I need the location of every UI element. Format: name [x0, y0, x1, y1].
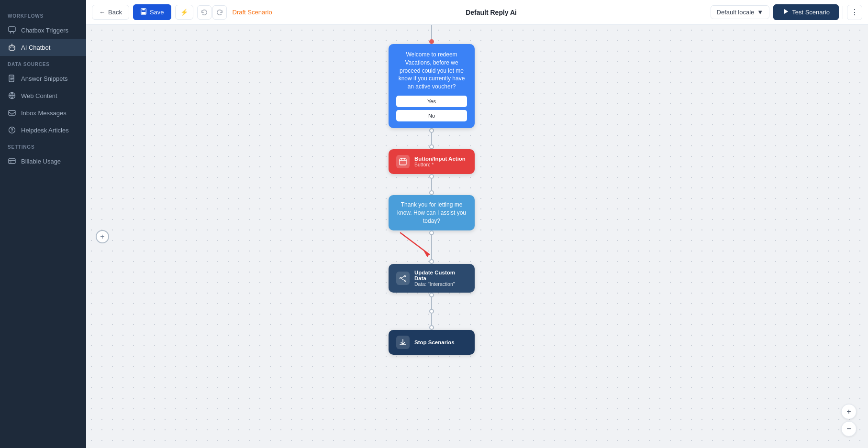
sidebar-item-label: Chatbox Triggers [21, 27, 68, 34]
svg-marker-16 [423, 251, 429, 257]
sidebar-item-label: AI Chatbot [21, 44, 50, 51]
yes-button[interactable]: Yes [396, 96, 467, 107]
flow-line-5 [431, 314, 432, 325]
zoom-in-button[interactable]: + [841, 404, 857, 419]
draft-label: Draft Scenario [233, 9, 272, 16]
zoom-out-button[interactable]: − [841, 421, 857, 437]
robot-icon [8, 43, 16, 52]
more-options-button[interactable]: ⋮ [847, 5, 862, 20]
sidebar: WORKFLOWS Chatbox Triggers AI Chatbot DA… [0, 0, 86, 448]
stop-text: Stop Scenarios [414, 339, 467, 345]
save-icon [140, 8, 147, 16]
update-custom-data-node[interactable]: Update Custom Data Data: "Interaction" [389, 264, 475, 293]
test-scenario-button[interactable]: Test Scenario [773, 4, 839, 20]
download-icon [396, 336, 410, 349]
message-buttons: Yes No [396, 96, 467, 121]
test-label: Test Scenario [792, 9, 830, 16]
back-chevron-icon: ← [99, 9, 105, 16]
svg-rect-14 [142, 12, 146, 14]
chevron-down-icon: ▼ [757, 9, 763, 16]
button-input-action-node[interactable]: Button/Input Action Button: * [389, 149, 475, 174]
locale-selector[interactable]: Default locale ▼ [711, 5, 770, 19]
svg-point-18 [400, 278, 401, 279]
svg-rect-1 [9, 46, 15, 50]
welcome-message-node[interactable]: Welcome to redeem Vacations, before we p… [389, 44, 475, 128]
connector-dot-2 [429, 144, 434, 149]
welcome-message-text: Welcome to redeem Vacations, before we p… [396, 51, 467, 91]
save-label: Save [150, 9, 164, 16]
thank-you-node[interactable]: Thank you for letting me know. How can I… [389, 195, 475, 230]
sidebar-item-label: Helpdesk Articles [21, 127, 69, 134]
undo-redo-group [197, 5, 227, 20]
connector-dot-1 [429, 128, 434, 133]
button-input-text: Button/Input Action Button: * [414, 156, 467, 167]
sidebar-item-label: Inbox Messages [21, 109, 67, 117]
svg-point-9 [11, 131, 12, 132]
stop-scenarios-node[interactable]: Stop Scenarios [389, 330, 475, 355]
flow-line-3 [431, 235, 432, 259]
sidebar-item-label: Web Content [21, 92, 57, 99]
settings-section-label: SETTINGS [0, 139, 86, 153]
sidebar-item-inbox-messages[interactable]: Inbox Messages [0, 104, 86, 121]
sidebar-item-ai-chatbot[interactable]: AI Chatbot [0, 39, 86, 56]
connector-dot-3 [429, 174, 434, 179]
chatbox-icon [8, 26, 16, 34]
flow-line-2 [431, 179, 432, 190]
thank-you-text: Thank you for letting me know. How can I… [397, 201, 466, 224]
plus-icon: + [846, 407, 851, 416]
flow-line-4 [431, 297, 432, 309]
sidebar-item-answer-snippets[interactable]: Answer Snippets [0, 70, 86, 87]
inbox-icon [8, 109, 16, 117]
svg-point-19 [405, 280, 406, 282]
svg-rect-13 [142, 9, 145, 11]
connector-dot-5 [429, 230, 434, 235]
minus-icon: − [846, 425, 851, 433]
connector-dot-4 [429, 190, 434, 195]
workflows-section-label: WORKFLOWS [0, 8, 86, 22]
toolbar-divider [843, 6, 843, 19]
connector-dot-7 [429, 293, 434, 297]
sidebar-item-web-content[interactable]: Web Content [0, 87, 86, 104]
sidebar-item-label: Answer Snippets [21, 75, 68, 82]
more-icon: ⋮ [851, 8, 858, 17]
custom-data-subtitle: Data: "Interaction" [414, 281, 467, 287]
toolbar: ← Back Save ⚡ Draft Scenario Default Rep… [86, 0, 868, 25]
locale-label: Default locale [717, 9, 755, 16]
save-button[interactable]: Save [133, 4, 171, 20]
canvas[interactable]: Welcome to redeem Vacations, before we p… [86, 25, 868, 448]
data-sources-section-label: DATA SOURCES [0, 56, 86, 70]
lightning-button[interactable]: ⚡ [175, 5, 193, 20]
top-connector-dot [429, 39, 434, 44]
svg-rect-11 [10, 162, 11, 163]
sidebar-item-billable-usage[interactable]: Billable Usage [0, 153, 86, 170]
connector-dot-8 [429, 309, 434, 314]
add-node-sidebar-button[interactable]: + [96, 230, 109, 243]
svg-rect-0 [9, 27, 15, 32]
svg-point-17 [405, 275, 406, 277]
calendar-icon [396, 155, 410, 168]
connector-dot-9 [429, 325, 434, 330]
helpdesk-icon [8, 126, 16, 134]
sidebar-item-label: Billable Usage [21, 158, 61, 165]
toolbar-title: Default Reply Ai [421, 9, 562, 16]
redo-button[interactable] [212, 5, 227, 20]
main-area: ← Back Save ⚡ Draft Scenario Default Rep… [86, 0, 868, 448]
flow-line-1 [431, 133, 432, 144]
globe-icon [8, 91, 16, 100]
no-button[interactable]: No [396, 110, 467, 121]
undo-button[interactable] [197, 5, 211, 20]
card-icon [8, 157, 16, 165]
share-icon [396, 272, 410, 285]
back-button[interactable]: ← Back [92, 5, 129, 20]
sidebar-item-helpdesk-articles[interactable]: Helpdesk Articles [0, 121, 86, 139]
svg-point-4 [11, 44, 12, 45]
action-node-title: Button/Input Action [414, 156, 467, 162]
svg-rect-15 [400, 159, 406, 165]
sidebar-item-chatbox-triggers[interactable]: Chatbox Triggers [0, 22, 86, 39]
test-icon [782, 8, 789, 16]
custom-data-title: Update Custom Data [414, 270, 467, 281]
connector-dot-6 [429, 259, 434, 264]
svg-point-3 [13, 47, 14, 48]
back-label: Back [108, 9, 122, 16]
action-node-subtitle: Button: * [414, 162, 467, 167]
